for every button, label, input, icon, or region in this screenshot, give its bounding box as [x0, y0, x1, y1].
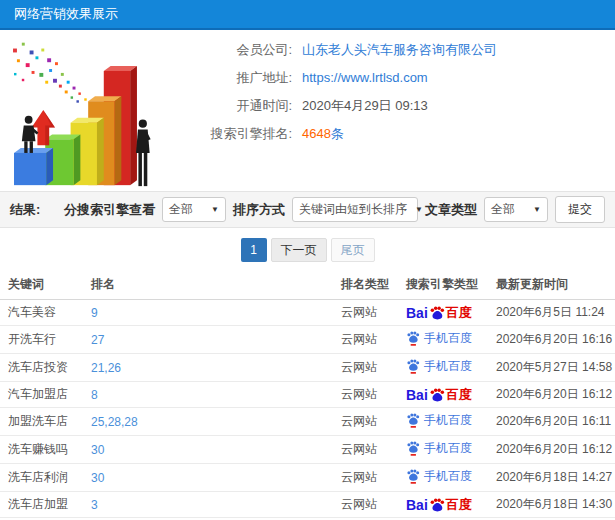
mobile-baidu-label: 手机百度 [424, 442, 472, 454]
baidu-logo-bai: Bai [406, 306, 428, 320]
keyword-cell: 洗车店加盟 [0, 492, 87, 518]
info-row-company: 会员公司: 山东老人头汽车服务咨询有限公司 [190, 42, 497, 58]
engine-cell: Bai 百度 [402, 492, 492, 518]
page-title: 网络营销效果展示 [14, 5, 118, 23]
engine-cell: Bai 百度 [402, 300, 492, 326]
mobile-baidu-label: 手机百度 [424, 332, 472, 344]
company-label: 会员公司: [190, 42, 292, 58]
time-cell: 2020年6月20日 16:12 [492, 436, 615, 464]
baidu-logo: Bai 百度 [406, 497, 472, 513]
mobile-baidu-icon [406, 330, 420, 346]
col-rank: 排名 [87, 269, 337, 300]
table-row: 洗车赚钱吗30云网站 手机百度2020年6月20日 16:12 [0, 436, 615, 464]
rank-type-cell: 云网站 [337, 354, 402, 382]
engine-filter-label: 分搜索引擎查看 [64, 201, 155, 219]
info-row-rank: 搜索引擎排名: 4648条 [190, 126, 497, 142]
sort-select[interactable]: 关键词由短到长排序 ▼ [292, 197, 418, 222]
table-row: 洗车店利润30云网站 手机百度2020年6月18日 14:27 [0, 464, 615, 492]
engine-cell: 手机百度 [402, 326, 492, 354]
engine-filter-value: 全部 [169, 201, 193, 218]
article-type-label: 文章类型 [425, 201, 477, 219]
time-cell: 2020年6月18日 14:27 [492, 464, 615, 492]
col-rank-type: 排名类型 [337, 269, 402, 300]
bar-chart-graphic [0, 30, 190, 191]
baidu-logo: Bai 百度 [406, 305, 472, 321]
mobile-baidu-logo: 手机百度 [406, 358, 472, 374]
sort-value: 关键词由短到长排序 [299, 201, 407, 218]
rank-cell[interactable]: 8 [87, 382, 337, 408]
company-link[interactable]: 山东老人头汽车服务咨询有限公司 [302, 42, 497, 58]
time-cell: 2020年6月20日 16:12 [492, 382, 615, 408]
rank-cell[interactable]: 27 [87, 326, 337, 354]
mobile-baidu-icon [406, 440, 420, 456]
bar-blue [14, 148, 53, 185]
baidu-paw-icon [429, 497, 445, 513]
results-table: 关键词 排名 排名类型 搜索引擎类型 最新更新时间 汽车美容9云网站Bai 百度… [0, 269, 615, 518]
engine-cell: Bai 百度 [402, 382, 492, 408]
rank-cell[interactable]: 30 [87, 436, 337, 464]
table-row: 洗车店投资21,26云网站 手机百度2020年5月27日 14:58 [0, 354, 615, 382]
next-page-button[interactable]: 下一页 [271, 238, 327, 262]
time-cell: 2020年6月5日 11:24 [492, 300, 615, 326]
rank-cell[interactable]: 9 [87, 300, 337, 326]
rank-cell[interactable]: 21,26 [87, 354, 337, 382]
time-cell: 2020年6月20日 16:16 [492, 326, 615, 354]
mobile-baidu-icon [406, 412, 420, 428]
businessman-right [136, 120, 151, 187]
rank-type-cell: 云网站 [337, 408, 402, 436]
keyword-cell: 洗车店投资 [0, 354, 87, 382]
keyword-cell: 汽车美容 [0, 300, 87, 326]
mobile-baidu-label: 手机百度 [424, 414, 472, 426]
last-page-button[interactable]: 尾页 [331, 238, 375, 262]
filter-controls: 分搜索引擎查看 全部 ▼ 排序方式 关键词由短到长排序 ▼ 文章类型 全部 ▼ … [64, 196, 605, 223]
keyword-cell: 汽车加盟店 [0, 382, 87, 408]
baidu-logo-bai: Bai [406, 498, 428, 512]
baidu-paw-icon [429, 305, 445, 321]
rank-cell[interactable]: 30 [87, 464, 337, 492]
rank-type-cell: 云网站 [337, 436, 402, 464]
rank-cell[interactable]: 3 [87, 492, 337, 518]
promo-url-link[interactable]: https://www.lrtlsd.com [302, 70, 428, 86]
rank-type-cell: 云网站 [337, 382, 402, 408]
submit-button[interactable]: 提交 [555, 196, 605, 223]
info-row-opened: 开通时间: 2020年4月29日 09:13 [190, 98, 497, 114]
engine-cell: 手机百度 [402, 408, 492, 436]
page-1-button[interactable]: 1 [241, 238, 267, 262]
table-row: 汽车美容9云网站Bai 百度2020年6月5日 11:24 [0, 300, 615, 326]
filter-bar: 结果: 分搜索引擎查看 全部 ▼ 排序方式 关键词由短到长排序 ▼ 文章类型 全… [0, 191, 615, 228]
col-engine-type: 搜索引擎类型 [402, 269, 492, 300]
table-body: 汽车美容9云网站Bai 百度2020年6月5日 11:24开洗车行27云网站 手… [0, 300, 615, 518]
table-row: 开洗车行27云网站 手机百度2020年6月20日 16:16 [0, 326, 615, 354]
article-type-value: 全部 [491, 201, 515, 218]
confetti-dots [13, 43, 87, 103]
table-row: 汽车加盟店8云网站Bai 百度2020年6月20日 16:12 [0, 382, 615, 408]
col-keyword: 关键词 [0, 269, 87, 300]
rank-cell[interactable]: 25,28,28 [87, 408, 337, 436]
article-type-select[interactable]: 全部 ▼ [484, 197, 548, 222]
chevron-down-icon: ▼ [415, 205, 423, 214]
mobile-baidu-logo: 手机百度 [406, 468, 472, 484]
sort-label: 排序方式 [233, 201, 285, 219]
keyword-cell: 开洗车行 [0, 326, 87, 354]
col-updated-time: 最新更新时间 [492, 269, 615, 300]
engine-filter-select[interactable]: 全部 ▼ [162, 197, 226, 222]
engine-cell: 手机百度 [402, 464, 492, 492]
baidu-logo-bai: Bai [406, 388, 428, 402]
pagination: 1 下一页 尾页 [0, 238, 615, 262]
engine-cell: 手机百度 [402, 354, 492, 382]
mobile-baidu-label: 手机百度 [424, 360, 472, 372]
rank-count: 4648 [302, 126, 331, 141]
mobile-baidu-logo: 手机百度 [406, 440, 472, 456]
open-time-value: 2020年4月29日 09:13 [302, 98, 428, 114]
growth-chart-illustration [0, 30, 190, 191]
mobile-baidu-icon [406, 358, 420, 374]
engine-rank-value: 4648条 [302, 126, 344, 142]
time-cell: 2020年6月18日 14:30 [492, 492, 615, 518]
chevron-down-icon: ▼ [533, 205, 541, 214]
top-panel: 会员公司: 山东老人头汽车服务咨询有限公司 推广地址: https://www.… [0, 30, 615, 191]
baidu-paw-icon [429, 387, 445, 403]
baidu-logo-du: 百度 [446, 306, 472, 319]
app-header: 网络营销效果展示 [0, 0, 615, 30]
keyword-cell: 洗车赚钱吗 [0, 436, 87, 464]
table-row: 加盟洗车店25,28,28云网站 手机百度2020年6月20日 16:11 [0, 408, 615, 436]
